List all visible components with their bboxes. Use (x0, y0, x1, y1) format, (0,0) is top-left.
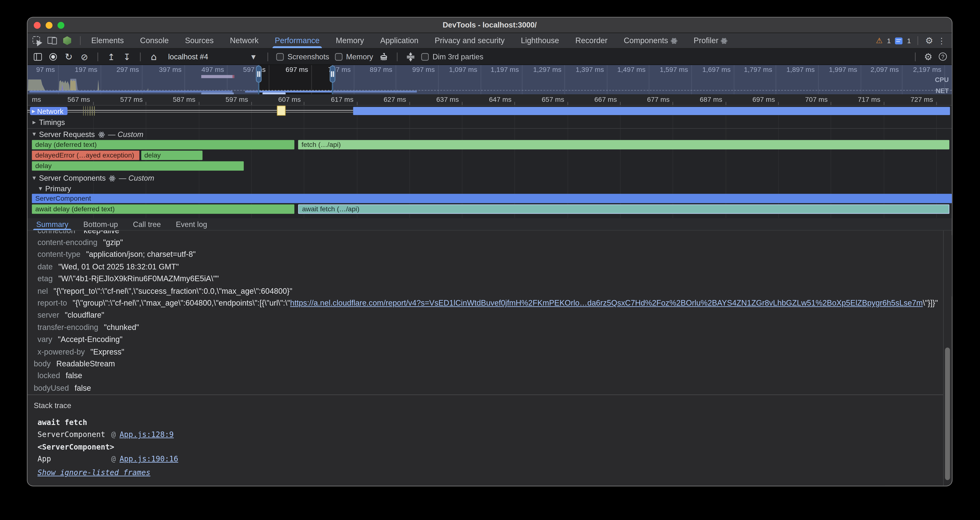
tab-privacy-and-security[interactable]: Privacy and security (426, 33, 513, 48)
primary-subtrack-header[interactable]: ▼ Primary (27, 184, 952, 194)
event-bar[interactable]: delay (deferred text) (32, 140, 295, 149)
collapse-flame-icon[interactable] (406, 52, 415, 62)
report-to-url-link[interactable]: https://a.nel.cloudflare.com/report/v4?s… (290, 299, 923, 307)
tab-components[interactable]: Components (616, 33, 686, 48)
event-bar[interactable]: fetch (…/api) (298, 140, 949, 149)
property-value: "keep-alive" (81, 231, 122, 235)
network-track-label[interactable]: ▶ Network (30, 107, 67, 115)
record-and-reload-icon[interactable]: ↻ (64, 52, 73, 62)
tab-memory[interactable]: Memory (328, 33, 372, 48)
toggle-sidebar-icon[interactable] (33, 52, 43, 62)
bottom-tab-bottom-up[interactable]: Bottom-up (76, 218, 126, 230)
expand-arrow-icon[interactable]: ▶ (33, 120, 36, 125)
ruler-tick-label: 637 ms (436, 96, 462, 103)
overview-gridline (269, 65, 270, 95)
warning-icon[interactable]: ⚠ (876, 36, 883, 45)
property-row: date"Wed, 01 Oct 2025 18:32:01 GMT" (27, 261, 943, 273)
event-bar[interactable]: await delay (deferred text) (32, 205, 295, 214)
property-value: "Accept-Encoding" (58, 335, 123, 344)
ruler-tick-mark (462, 102, 463, 105)
help-icon[interactable]: ? (939, 52, 947, 61)
event-bar[interactable]: await fetch (…/api) (298, 205, 949, 214)
collapse-arrow-icon[interactable]: ▼ (39, 186, 42, 191)
server-requests-header[interactable]: ▼ Server Requests — Custom (27, 129, 952, 139)
frame-function: await fetch (38, 418, 111, 427)
server-requests-title: Server Requests (39, 130, 95, 139)
frame-source-link[interactable]: App.js:190:16 (119, 455, 178, 463)
device-toolbar-icon[interactable] (48, 37, 57, 45)
property-row: bodyReadableStream (27, 358, 943, 370)
dim-3rd-parties-toggle[interactable]: Dim 3rd parties (421, 52, 484, 61)
frame-source-link[interactable]: App.js:128:9 (119, 430, 174, 439)
ruler-tick-label: 607 ms (278, 96, 304, 103)
tab-lighthouse[interactable]: Lighthouse (513, 33, 567, 48)
expand-arrow-icon[interactable]: ▶ (32, 108, 35, 114)
clear-icon[interactable]: ⊘ (80, 52, 89, 62)
bottom-tab-event-log[interactable]: Event log (168, 218, 215, 230)
save-profile-icon[interactable]: ↧ (122, 52, 132, 62)
selection-handle-right[interactable] (329, 65, 335, 83)
screenshots-toggle[interactable]: Screenshots (276, 52, 329, 61)
event-bar[interactable]: delay (141, 151, 202, 160)
collapse-arrow-icon[interactable]: ▼ (33, 132, 36, 137)
record-button[interactable] (48, 52, 58, 62)
tab-label: Network (230, 36, 258, 45)
bottom-tab-call-tree[interactable]: Call tree (126, 218, 168, 230)
more-options-icon[interactable]: ⋮ (937, 36, 946, 45)
flame-chart-tracks: ▶ Network ▶ Timings ▼ Server Requests — … (27, 106, 952, 218)
property-key: vary (38, 335, 52, 344)
stack-trace-section: Stack trace await fetchServerComponent@A… (27, 401, 943, 477)
timings-track[interactable]: ▶ Timings (27, 117, 952, 127)
net-lane-label: NET (935, 87, 949, 94)
zoom-window-button[interactable] (57, 22, 64, 29)
home-live-metrics-icon[interactable]: ⌂ (149, 52, 159, 62)
history-dropdown[interactable]: localhost #4 ▼ (164, 51, 259, 62)
tab-elements[interactable]: Elements (83, 33, 132, 48)
property-value: ReadableStream (56, 359, 115, 368)
capture-settings-gear-icon[interactable]: ⚙ (924, 51, 932, 62)
close-window-button[interactable] (34, 22, 41, 29)
divider (397, 52, 398, 61)
screenshots-checkbox[interactable] (276, 53, 284, 60)
memory-checkbox[interactable] (335, 53, 342, 60)
tab-sources[interactable]: Sources (177, 33, 222, 48)
settings-gear-icon[interactable]: ⚙ (925, 36, 933, 46)
selection-handle-left[interactable] (256, 65, 261, 83)
network-event-yellow[interactable] (277, 106, 285, 116)
stack-frame: await fetch (27, 416, 943, 429)
issues-icon[interactable] (895, 37, 903, 44)
tab-application[interactable]: Application (372, 33, 426, 48)
network-request-line (27, 110, 353, 112)
network-request-bar[interactable] (353, 107, 950, 115)
tab-recorder[interactable]: Recorder (567, 33, 616, 48)
tab-profiler[interactable]: Profiler (686, 33, 736, 48)
frame-function: <ServerComponent> (38, 442, 111, 451)
minimize-window-button[interactable] (46, 22, 52, 29)
ruler-tick-mark (93, 102, 94, 105)
react-atom-icon (109, 175, 116, 181)
event-bar[interactable]: ServerComponent (32, 194, 952, 203)
inspect-element-icon[interactable] (33, 36, 41, 45)
server-components-header[interactable]: ▼ Server Components — Custom (27, 172, 952, 183)
ruler-tick-mark (936, 102, 937, 105)
tab-label: Application (380, 36, 418, 45)
event-bar[interactable]: delayedError (…ayed exception) (32, 151, 139, 160)
scrollbar-thumb[interactable] (945, 348, 950, 480)
tab-console[interactable]: Console (132, 33, 177, 48)
toolbar-right: ⚙ ? (912, 51, 947, 62)
memory-toggle[interactable]: Memory (335, 52, 373, 61)
load-profile-icon[interactable]: ↥ (107, 52, 116, 62)
bottom-tab-summary[interactable]: Summary (29, 218, 76, 230)
collapse-arrow-icon[interactable]: ▼ (33, 176, 36, 181)
response-properties-list: connection"keep-alive"content-encoding"g… (27, 231, 943, 394)
network-track[interactable]: ▶ Network (27, 106, 952, 116)
event-bar[interactable]: delay (32, 161, 244, 171)
show-ignore-listed-frames-link[interactable]: Show ignore-listed frames (38, 468, 151, 477)
dim-3rd-parties-checkbox[interactable] (421, 53, 429, 60)
tab-performance[interactable]: Performance (267, 33, 328, 48)
collect-garbage-icon[interactable] (379, 52, 389, 62)
timeline-overview[interactable]: 97 ms197 ms297 ms397 ms497 ms597 ms697 m… (27, 65, 952, 95)
node-extension-icon[interactable] (63, 36, 72, 45)
property-value: false (75, 384, 91, 393)
tab-network[interactable]: Network (222, 33, 267, 48)
